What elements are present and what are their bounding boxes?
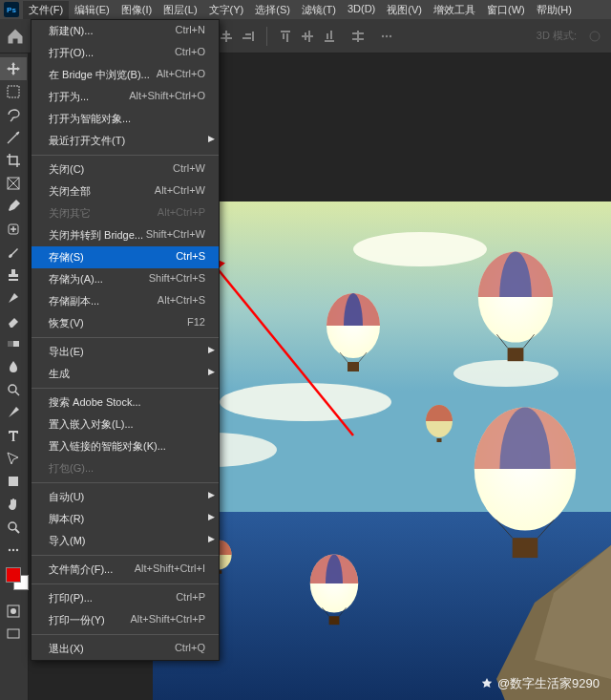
svg-rect-13 xyxy=(305,32,306,40)
tool-text[interactable] xyxy=(0,424,27,447)
tool-brush[interactable] xyxy=(0,241,27,264)
tool-wand[interactable] xyxy=(0,126,27,149)
menu-item[interactable]: 存储为(A)...Shift+Ctrl+S xyxy=(32,268,219,290)
menu-shortcut: Shift+Ctrl+S xyxy=(149,272,205,286)
menu-separator xyxy=(32,155,219,156)
align-bottom-icon[interactable] xyxy=(319,26,340,47)
svg-rect-14 xyxy=(308,31,310,42)
screen-mode-icon[interactable] xyxy=(0,623,27,646)
menu-shortcut: Alt+Shift+Ctrl+P xyxy=(130,613,205,627)
tool-shape[interactable] xyxy=(0,470,27,493)
tool-heal[interactable] xyxy=(0,218,27,241)
menu-item[interactable]: 打开为智能对象... xyxy=(32,108,219,130)
menu-item[interactable]: 打印(P)...Ctrl+P xyxy=(32,587,219,609)
menu-item[interactable]: 关闭并转到 Bridge...Shift+Ctrl+W xyxy=(32,224,219,246)
tool-eraser[interactable] xyxy=(0,309,27,332)
svg-rect-63 xyxy=(437,438,442,442)
menubar-item-0[interactable]: 文件(F) xyxy=(23,1,69,19)
menu-shortcut: Ctrl+Q xyxy=(175,642,205,656)
submenu-arrow-icon: ▶ xyxy=(208,490,215,499)
align-top-icon[interactable] xyxy=(275,26,296,47)
menu-shortcut: F12 xyxy=(187,316,205,330)
menu-item[interactable]: 置入链接的智能对象(K)... xyxy=(32,435,219,457)
menu-item[interactable]: 退出(X)Ctrl+Q xyxy=(32,638,219,660)
menu-item[interactable]: 生成▶ xyxy=(32,363,219,385)
tool-lasso[interactable] xyxy=(0,103,27,126)
home-icon[interactable] xyxy=(6,27,25,46)
menu-item[interactable]: 最近打开文件(T)▶ xyxy=(32,130,219,152)
more-icon[interactable] xyxy=(376,26,397,47)
tool-zoom[interactable] xyxy=(0,516,27,539)
svg-rect-17 xyxy=(330,31,332,39)
tool-gradient[interactable] xyxy=(0,332,27,355)
menubar-item-11[interactable]: 帮助(H) xyxy=(531,1,578,19)
menubar-item-3[interactable]: 图层(L) xyxy=(158,1,202,19)
tool-frame[interactable] xyxy=(0,172,27,195)
menubar-item-9[interactable]: 增效工具 xyxy=(428,1,481,19)
menubar-item-4[interactable]: 文字(Y) xyxy=(203,1,250,19)
menubar-item-5[interactable]: 选择(S) xyxy=(249,1,296,19)
ps-logo-icon: Ps xyxy=(4,2,19,17)
svg-rect-7 xyxy=(245,33,251,35)
menu-item[interactable]: 存储副本...Alt+Ctrl+S xyxy=(32,290,219,312)
menu-label: 关闭其它 xyxy=(49,206,91,221)
menu-item[interactable]: 导出(E)▶ xyxy=(32,341,219,363)
menu-label: 存储(S) xyxy=(49,250,84,265)
svg-rect-65 xyxy=(329,616,340,625)
menu-item[interactable]: 置入嵌入对象(L)... xyxy=(32,414,219,435)
menu-item[interactable]: 打开(O)...Ctrl+O xyxy=(32,42,219,64)
menu-label: 关闭(C) xyxy=(49,162,84,177)
menu-item[interactable]: 打印一份(Y)Alt+Shift+Ctrl+P xyxy=(32,609,219,631)
submenu-arrow-icon: ▶ xyxy=(208,367,215,376)
tool-dodge[interactable] xyxy=(0,378,27,401)
menu-item[interactable]: 新建(N)...Ctrl+N xyxy=(32,20,219,42)
tool-hand[interactable] xyxy=(0,493,27,516)
svg-point-21 xyxy=(382,34,384,36)
menubar-item-1[interactable]: 编辑(E) xyxy=(69,1,116,19)
svg-point-36 xyxy=(9,522,16,530)
tool-pen[interactable] xyxy=(0,401,27,424)
quick-mask-icon[interactable] xyxy=(0,600,27,623)
menu-item[interactable]: 打开为...Alt+Shift+Ctrl+O xyxy=(32,86,219,108)
menu-item: 关闭其它Alt+Ctrl+P xyxy=(32,202,219,224)
watermark-text: @数字生活家9290 xyxy=(497,675,600,692)
menu-item[interactable]: 文件简介(F)...Alt+Shift+Ctrl+I xyxy=(32,559,219,581)
svg-rect-12 xyxy=(302,35,313,37)
distribute-icon[interactable] xyxy=(348,26,369,47)
menubar-item-2[interactable]: 图像(I) xyxy=(116,1,158,19)
menu-item[interactable]: 恢复(V)F12 xyxy=(32,312,219,334)
tool-stamp[interactable] xyxy=(0,264,27,286)
tool-eyedropper[interactable] xyxy=(0,195,27,218)
menu-item[interactable]: 关闭(C)Ctrl+W xyxy=(32,159,219,180)
tool-crop[interactable] xyxy=(0,149,27,172)
fg-color[interactable] xyxy=(6,567,21,583)
svg-point-49 xyxy=(453,360,558,387)
menu-item[interactable]: 导入(M)▶ xyxy=(32,530,219,552)
tool-path[interactable] xyxy=(0,447,27,470)
svg-point-22 xyxy=(386,34,388,36)
align-right-icon[interactable] xyxy=(238,26,259,47)
svg-rect-25 xyxy=(8,86,19,97)
align-middle-v-icon[interactable] xyxy=(297,26,318,47)
tool-more[interactable] xyxy=(0,539,27,562)
menu-item[interactable]: 自动(U)▶ xyxy=(32,486,219,508)
watermark: @数字生活家9290 xyxy=(480,675,600,692)
menu-item[interactable]: 关闭全部Alt+Ctrl+W xyxy=(32,180,219,202)
tool-blur[interactable] xyxy=(0,355,27,378)
menu-item[interactable]: 脚本(R)▶ xyxy=(32,508,219,530)
menu-item[interactable]: 在 Bridge 中浏览(B)...Alt+Ctrl+O xyxy=(32,64,219,86)
tool-history[interactable] xyxy=(0,286,27,309)
menu-shortcut: Ctrl+P xyxy=(176,591,205,605)
menu-label: 导入(M) xyxy=(49,534,86,548)
menubar-item-8[interactable]: 视图(V) xyxy=(381,1,428,19)
menu-item[interactable]: 搜索 Adobe Stock... xyxy=(32,392,219,414)
menubar-item-7[interactable]: 3D(D) xyxy=(342,1,381,19)
tool-move[interactable] xyxy=(0,57,27,80)
tool-marquee[interactable] xyxy=(0,80,27,103)
menu-item[interactable]: 存储(S)Ctrl+S xyxy=(32,246,219,268)
menubar-item-10[interactable]: 窗口(W) xyxy=(481,1,531,19)
menubar-item-6[interactable]: 滤镜(T) xyxy=(296,1,342,19)
color-swatch[interactable] xyxy=(4,567,24,594)
menu-label: 最近打开文件(T) xyxy=(49,134,125,148)
svg-rect-11 xyxy=(286,33,288,42)
